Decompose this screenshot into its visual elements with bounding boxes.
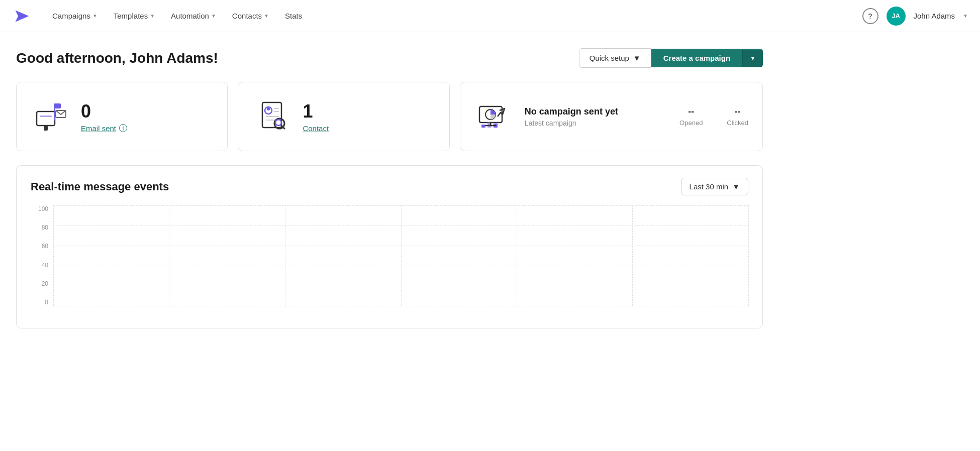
svg-rect-19 — [481, 125, 485, 128]
clicked-value: -- — [735, 106, 741, 117]
svg-point-9 — [267, 107, 270, 110]
main-content: Good afternoon, John Adams! Quick setup … — [0, 32, 779, 328]
help-button[interactable]: ? — [862, 8, 878, 24]
opened-metric: -- Opened — [679, 106, 703, 127]
email-sent-icon — [31, 96, 71, 137]
nav-item-contacts[interactable]: Contacts ▼ — [226, 8, 275, 24]
quick-setup-button[interactable]: Quick setup ▼ — [579, 48, 651, 68]
chart-section: Real-time message events Last 30 min ▼ 1… — [16, 165, 763, 328]
campaigns-chevron-icon: ▼ — [92, 13, 97, 19]
grid-col-5 — [632, 205, 633, 306]
clicked-metric: -- Clicked — [727, 106, 748, 127]
svg-rect-5 — [44, 126, 48, 131]
grid-col-6 — [748, 205, 749, 306]
y-label-80: 80 — [31, 224, 48, 231]
automation-chevron-icon: ▼ — [211, 13, 216, 19]
svg-rect-1 — [37, 111, 55, 126]
greeting-actions: Quick setup ▼ Create a campaign ▼ — [579, 48, 763, 68]
email-sent-value: 0 — [81, 101, 127, 122]
contacts-label[interactable]: Contact — [303, 124, 329, 133]
svg-rect-7 — [262, 102, 281, 128]
create-campaign-main-button[interactable]: Create a campaign — [651, 49, 742, 67]
y-label-40: 40 — [31, 262, 48, 269]
y-label-60: 60 — [31, 243, 48, 250]
navbar: Campaigns ▼ Templates ▼ Automation ▼ Con… — [0, 0, 980, 32]
grid-col-3 — [401, 205, 402, 306]
quick-setup-chevron-icon: ▼ — [633, 54, 641, 62]
nav-item-stats[interactable]: Stats — [279, 8, 308, 24]
nav-item-templates[interactable]: Templates ▼ — [108, 8, 161, 24]
opened-value: -- — [688, 106, 694, 117]
chart-header: Real-time message events Last 30 min ▼ — [31, 178, 748, 195]
grid-col-2 — [285, 205, 285, 306]
y-label-100: 100 — [31, 205, 48, 212]
svg-marker-0 — [16, 11, 28, 22]
grid-col-0 — [53, 205, 54, 306]
svg-rect-4 — [54, 103, 61, 108]
create-campaign-dropdown-button[interactable]: ▼ — [742, 50, 763, 67]
chart-grid — [53, 205, 748, 306]
contacts-card: 1 Contact — [238, 82, 449, 151]
templates-chevron-icon: ▼ — [150, 13, 155, 19]
grid-col-4 — [517, 205, 517, 306]
email-sent-info-icon[interactable]: i — [119, 124, 127, 132]
nav-item-automation[interactable]: Automation ▼ — [165, 8, 222, 24]
grid-col-1 — [169, 205, 169, 306]
email-sent-info: 0 Email sent i — [81, 101, 127, 133]
nav-right: ? JA John Adams ▼ — [862, 7, 968, 26]
time-filter-select[interactable]: Last 30 min ▼ — [681, 178, 748, 195]
chart-y-axis: 100 80 60 40 20 0 — [31, 205, 48, 316]
create-campaign-button: Create a campaign ▼ — [651, 49, 763, 67]
avatar[interactable]: JA — [887, 7, 906, 26]
campaign-metrics: -- Opened -- Clicked — [679, 106, 748, 127]
contacts-value: 1 — [303, 101, 329, 122]
greeting-row: Good afternoon, John Adams! Quick setup … — [16, 48, 763, 68]
svg-rect-2 — [40, 116, 52, 117]
clicked-label: Clicked — [727, 119, 748, 127]
campaign-title: No campaign sent yet — [525, 106, 669, 117]
y-label-0: 0 — [31, 299, 48, 306]
contacts-info: 1 Contact — [303, 101, 329, 133]
contacts-chevron-icon: ▼ — [264, 13, 269, 19]
y-label-20: 20 — [31, 280, 48, 287]
stat-cards: 0 Email sent i — [16, 82, 763, 151]
greeting-heading: Good afternoon, John Adams! — [16, 50, 218, 66]
campaign-stats: No campaign sent yet Latest campaign — [525, 106, 669, 127]
logo[interactable] — [12, 7, 30, 25]
nav-links: Campaigns ▼ Templates ▼ Automation ▼ Con… — [46, 8, 862, 24]
chart-area: 100 80 60 40 20 0 — [31, 205, 748, 316]
grid-line-bottom — [53, 306, 748, 306]
campaign-subtitle: Latest campaign — [525, 119, 669, 127]
campaign-card: No campaign sent yet Latest campaign -- … — [460, 82, 763, 151]
email-sent-card: 0 Email sent i — [16, 82, 228, 151]
contacts-icon — [252, 96, 292, 137]
campaign-icon — [474, 96, 515, 137]
opened-label: Opened — [679, 119, 703, 127]
user-menu-chevron-icon[interactable]: ▼ — [963, 13, 968, 19]
user-name: John Adams — [914, 12, 955, 20]
email-sent-label[interactable]: Email sent i — [81, 124, 127, 133]
time-filter-chevron-icon: ▼ — [732, 182, 740, 191]
nav-item-campaigns[interactable]: Campaigns ▼ — [46, 8, 104, 24]
chart-title: Real-time message events — [31, 180, 169, 193]
campaign-card-inner: No campaign sent yet Latest campaign -- … — [474, 96, 748, 137]
